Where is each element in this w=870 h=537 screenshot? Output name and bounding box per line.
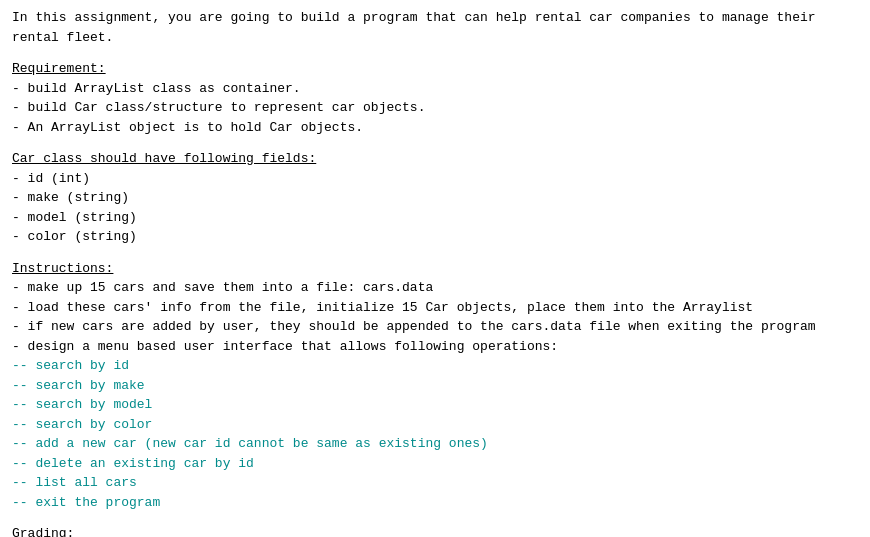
car-field-4: - color (string) [12, 229, 137, 244]
grading-heading: Grading: [12, 526, 74, 537]
main-content: In this assignment, you are going to bui… [12, 8, 858, 537]
instr-3: - if new cars are added by user, they sh… [12, 319, 816, 334]
req-3: - An ArrayList object is to hold Car obj… [12, 120, 363, 135]
car-class-heading: Car class should have following fields: [12, 151, 316, 166]
requirement-heading: Requirement: [12, 61, 106, 76]
req-1: - build ArrayList class as container. [12, 81, 301, 96]
instr-9: -- add a new car (new car id cannot be s… [12, 436, 488, 451]
instructions-section: Instructions: - make up 15 cars and save… [12, 259, 858, 513]
instructions-heading: Instructions: [12, 261, 113, 276]
instr-11: -- list all cars [12, 475, 137, 490]
intro-paragraph: In this assignment, you are going to bui… [12, 8, 858, 47]
instr-1: - make up 15 cars and save them into a f… [12, 280, 433, 295]
requirement-section: Requirement: - build ArrayList class as … [12, 59, 858, 137]
car-class-section: Car class should have following fields: … [12, 149, 858, 247]
grading-section: Grading: - compilable and meaningful att… [12, 524, 858, 537]
car-field-1: - id (int) [12, 171, 90, 186]
instr-12: -- exit the program [12, 495, 160, 510]
instr-7: -- search by model [12, 397, 152, 412]
instr-2: - load these cars' info from the file, i… [12, 300, 753, 315]
instr-4: - design a menu based user interface tha… [12, 339, 558, 354]
instr-8: -- search by color [12, 417, 152, 432]
instr-6: -- search by make [12, 378, 145, 393]
car-field-3: - model (string) [12, 210, 137, 225]
req-2: - build Car class/structure to represent… [12, 100, 425, 115]
instr-5: -- search by id [12, 358, 129, 373]
car-field-2: - make (string) [12, 190, 129, 205]
instr-10: -- delete an existing car by id [12, 456, 254, 471]
